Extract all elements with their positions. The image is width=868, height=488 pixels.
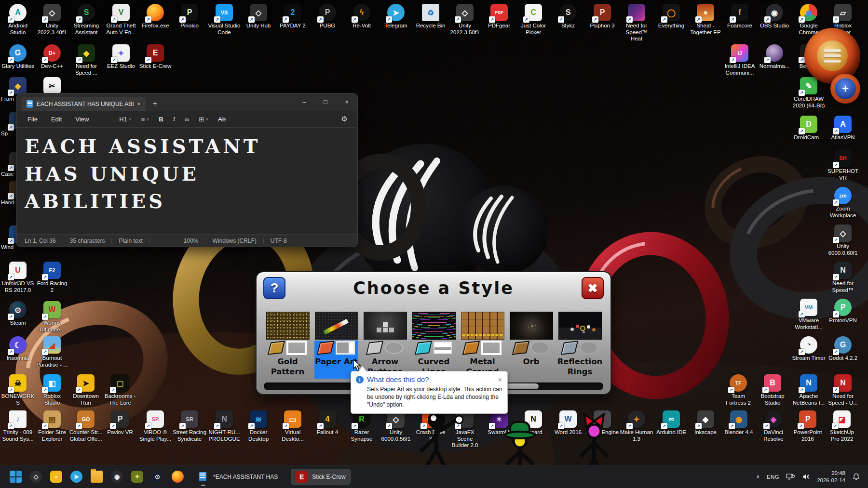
style-item-arrow-buttons[interactable]: Arrow Buttons — [361, 312, 409, 377]
desktop-icon-blender-4-4[interactable]: ◉↗Blender 4.4 — [722, 410, 756, 436]
desktop-icon-pdfgear[interactable]: PDF↗PDFgear — [482, 4, 516, 29]
desktop-icon-trinity-009-sound-sys[interactable]: ♪↗Trinity - 009 Sound Sys... — [1, 410, 35, 442]
settings-gear-icon[interactable]: ⚙ — [337, 113, 353, 125]
desktop-icon-android-studio[interactable]: A↗Android Studio — [1, 4, 35, 36]
italic-button[interactable]: I — [169, 113, 179, 125]
notification-bell-icon[interactable]: z — [852, 473, 860, 481]
desktop-icon-re-volt[interactable]: ϟ↗Re-Volt — [345, 4, 379, 29]
desktop-icon-coreldraw-2020-64-bit[interactable]: ✎↗CorelDRAW 2020 (64-Bit) — [792, 77, 826, 109]
desktop-icon-worms-ultimate[interactable]: W↗Worms Ultimate... — [35, 301, 69, 333]
desktop-icon-viroo-single-play[interactable]: SP↗ViROO ® Single Play... — [138, 410, 172, 442]
clear-formatting-button[interactable]: Ab — [214, 114, 230, 125]
menu-file[interactable]: File — [22, 114, 43, 125]
desktop-icon-fallout-4[interactable]: 4↗Fallout 4 — [311, 410, 344, 436]
style-item-reflection-rings[interactable]: Reflection Rings — [556, 312, 604, 377]
maximize-button[interactable]: □ — [315, 93, 336, 110]
taskbar-firefox-icon[interactable] — [172, 471, 184, 483]
desktop-icon-stream-timer[interactable]: ◔↗Stream Timer — [792, 336, 826, 362]
desktop-icon-docker-desktop[interactable]: ≋↗Docker Desktop — [242, 410, 275, 442]
desktop-icon-droidcam[interactable]: D↗DroidCam... — [792, 116, 826, 141]
language-indicator[interactable]: ENG — [767, 474, 779, 480]
desktop-icon-razer-synapse[interactable]: R↗Razer Synapse — [345, 410, 379, 442]
desktop-icon-bootstrap-studio[interactable]: B↗Bootstrap Studio — [756, 374, 789, 406]
close-button[interactable]: × — [336, 93, 357, 110]
link-button[interactable]: ∞ — [180, 114, 193, 125]
desktop-icon-sketchup-pro-2022[interactable]: ◪↗SketchUp Pro 2022 — [825, 410, 859, 442]
desktop-icon-just-color-picker[interactable]: C↗Just Color Picker — [516, 4, 550, 36]
network-icon[interactable] — [786, 473, 795, 480]
desktop-icon-zoom-workplace[interactable]: zm↗Zoom Workplace — [826, 187, 860, 219]
desktop-icon-atlasvpn[interactable]: A↗AtlasVPN — [826, 116, 860, 141]
desktop-icon-everything[interactable]: ◯↗Everything — [654, 4, 688, 29]
desktop-icon-night-ru-prologue[interactable]: N↗NIGHT-RU... PROLOGUE — [207, 410, 241, 442]
desktop-icon-psiphon-3[interactable]: P↗Psiphon 3 — [585, 4, 619, 29]
desktop-icon-unity-2022-3-40f1[interactable]: ◇↗Unity 2022.3.40f1 — [35, 4, 69, 36]
desktop-icon-javafx-scene-builder-2-0[interactable]: ↗JavaFX Scene Builder 2.0 — [448, 410, 482, 449]
desktop-icon-stykz[interactable]: S↗Stykz — [551, 4, 585, 29]
desktop-icon-word-2016[interactable]: W↗Word 2016 — [551, 410, 585, 436]
taskbar-task-notepad[interactable]: *EACH ASSISTANT HAS — [192, 469, 283, 485]
desktop-icon-telegram[interactable]: ➤↗Telegram — [379, 4, 413, 29]
style-item-gold-pattern[interactable]: Gold Pattern — [263, 312, 312, 377]
desktop-icon-roblox-studio[interactable]: ◧↗Roblox Studio — [35, 374, 69, 406]
desktop-icon-payday-2[interactable]: 2↗PAYDAY 2 — [276, 4, 310, 29]
notepad-titlebar[interactable]: EACH ASSISTANT HAS UNIQUE ABI ● + – □ × — [17, 93, 357, 111]
taskbar-steam-icon[interactable]: ⊙ — [151, 471, 163, 483]
desktop-icon-unfold3d-vs-rs-2017-0[interactable]: U↗Unfold3D VS RS 2017.0 — [1, 262, 35, 293]
taskbar-file-explorer-icon[interactable] — [91, 471, 103, 483]
desktop-icon-grand-theft-auto-v-en[interactable]: V↗Grand Theft Auto V En... — [104, 4, 138, 36]
desktop-icon-boneworks[interactable]: ☠↗BONEWORKS — [1, 374, 35, 406]
desktop-icon-need-for-speed[interactable]: ◆↗Need for Speed ... — [69, 44, 103, 76]
desktop-icon-sheaf-together-ep[interactable]: ●↗Sheaf - Together EP — [689, 4, 722, 36]
desktop-icon-glary-utilities[interactable]: G↗Glary Utilities — [1, 44, 35, 70]
desktop-icon-powerpoint-2016[interactable]: P↗PowerPoint 2016 — [791, 410, 825, 442]
desktop-icon-inkscape[interactable]: ◆↗Inkscape — [689, 410, 722, 436]
table-button[interactable]: ⊞∨ — [194, 114, 213, 125]
desktop-icon-pinokio[interactable]: P↗Pinokio — [173, 4, 206, 29]
desktop-icon-stick-e-crew[interactable]: E↗Stick E-Crew — [138, 44, 172, 70]
speaker-icon[interactable] — [802, 474, 810, 480]
desktop-icon-davinci-resolve[interactable]: ◈↗DaVinci Resolve — [757, 410, 790, 442]
taskbar-start-icon[interactable] — [10, 471, 22, 483]
taskbar-notes-icon[interactable]: • — [50, 471, 62, 483]
desktop-icon-firefox-exe[interactable]: ↗Firefox.exe — [138, 4, 172, 29]
desktop-icon-folder-size-explorer[interactable]: ▤↗Folder Size Explorer — [35, 410, 69, 442]
desktop-icon-downtown-run[interactable]: ➤↗Downtown Run — [69, 374, 103, 406]
desktop-icon-protonvpn[interactable]: P↗ProtonVPN — [826, 299, 860, 324]
desktop-icon-normalma[interactable]: ↗Normalma... — [758, 44, 791, 70]
heading-button[interactable]: H1∨ — [115, 114, 136, 125]
desktop-icon-obs-studio[interactable]: ◉↗OBS Studio — [758, 4, 791, 29]
desktop-icon-arduino-ide[interactable]: ∞↗Arduino IDE — [654, 410, 688, 436]
minimize-button[interactable]: – — [294, 93, 315, 110]
desktop-icon-eez-studio[interactable]: ✦↗EEZ Studio — [104, 44, 138, 70]
tooltip-close-button[interactable]: x — [498, 376, 503, 383]
desktop-icon-visual-studio-code[interactable]: VS↗Visual Studio Code — [207, 4, 241, 36]
desktop-icon-unity-6000-0-60f1[interactable]: ◇↗Unity 6000.0.60f1 — [826, 224, 860, 256]
desktop-icon-unity-2022-3-50f1[interactable]: ◇↗Unity 2022.3.50f1 — [448, 4, 482, 36]
notepad-editor[interactable]: EACH ASSISTANT HAS UNIQUE ABILITIES — [17, 128, 357, 234]
style-item-curved-lines[interactable]: Curved Lines — [409, 312, 458, 377]
dialog-close-button[interactable]: ✖ — [582, 277, 604, 299]
desktop-icon-streaming-assistant[interactable]: S↗Streaming Assistant — [69, 4, 103, 36]
list-button[interactable]: ≡∨ — [137, 114, 153, 125]
desktop-icon-ford-racing-2[interactable]: F2↗Ford Racing 2 — [35, 262, 69, 293]
desktop-icon-need-for-speed-u[interactable]: N↗Need for Speed - U... — [826, 374, 860, 406]
desktop-icon-vmware-workstati[interactable]: VM↗VMware Workstati... — [792, 299, 826, 330]
taskbar-crest-icon[interactable]: ✦ — [131, 471, 143, 483]
desktop-icon-intellij-idea-communi[interactable]: IJ↗IntelliJ IDEA Communi... — [723, 44, 757, 76]
desktop-icon-burnout-paradise[interactable]: ◢↗Burnout Paradise - ... — [35, 336, 69, 368]
desktop-icon-insomnia[interactable]: ☾↗Insomnia — [1, 336, 35, 362]
desktop-icon-make-human-1-3[interactable]: ✦↗Make Human 1.3 — [620, 410, 653, 442]
tray-chevron-icon[interactable]: ∧ — [756, 474, 760, 480]
taskbar-obs-studio-icon[interactable]: ◉ — [111, 471, 123, 483]
desktop-icon-swarmui[interactable]: ✶↗SwarmUI — [482, 410, 516, 436]
desktop-icon-foamcore[interactable]: f↗Foamcore — [723, 4, 757, 29]
desktop-icon-unity-hub[interactable]: ◇↗Unity Hub — [242, 4, 275, 29]
desktop-icon-virtual-deskto[interactable]: ▭↗Virtual Deskto... — [276, 410, 310, 442]
desktop-icon-spaceengine[interactable]: ●↗SpaceEngine — [585, 410, 619, 436]
taskbar-unity-hub-icon[interactable]: ◇ — [30, 471, 42, 483]
desktop-icon-hboard[interactable]: N↗hBoard — [516, 410, 550, 436]
style-item-orb[interactable]: Orb — [507, 312, 556, 377]
menu-edit[interactable]: Edit — [45, 114, 68, 125]
desktop-icon-pavlov-vr[interactable]: P↗Pavlov VR — [103, 410, 137, 436]
